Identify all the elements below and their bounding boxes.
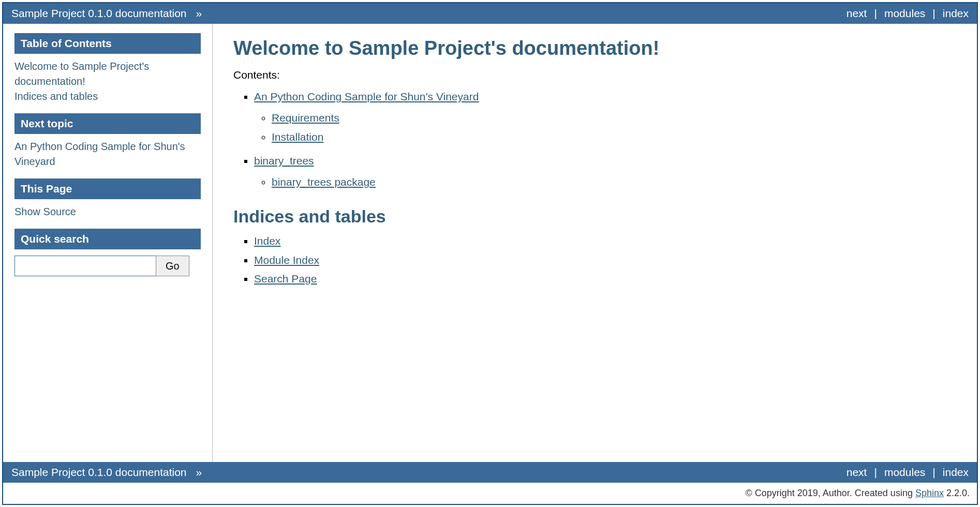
toctree-item: Installation bbox=[272, 128, 956, 147]
toctree: An Python Coding Sample for Shun's Viney… bbox=[233, 87, 956, 192]
relbar-title-group: Sample Project 0.1.0 documentation » bbox=[11, 466, 202, 479]
toctree-link[interactable]: Requirements bbox=[272, 112, 339, 124]
sidebar-next-heading: Next topic bbox=[14, 113, 201, 134]
nav-modules-link[interactable]: modules bbox=[884, 466, 925, 479]
page: Sample Project 0.1.0 documentation » nex… bbox=[2, 2, 978, 505]
separator: | bbox=[874, 7, 877, 20]
relbar-top: Sample Project 0.1.0 documentation » nex… bbox=[3, 3, 977, 24]
toctree-item: binary_trees package bbox=[272, 173, 956, 192]
breadcrumb-separator-icon: » bbox=[196, 466, 202, 479]
search-go-button[interactable]: Go bbox=[156, 256, 189, 276]
list-item: Index bbox=[254, 232, 956, 251]
separator: | bbox=[932, 466, 935, 479]
genindex-link[interactable]: Index bbox=[254, 235, 280, 247]
toctree-sublist: binary_trees package bbox=[254, 173, 956, 192]
toc-link-indices[interactable]: Indices and tables bbox=[14, 91, 98, 102]
main-content: Welcome to Sample Project's documentatio… bbox=[213, 24, 977, 462]
nav-index-link[interactable]: index bbox=[943, 7, 969, 20]
content-row: Table of Contents Welcome to Sample Proj… bbox=[3, 24, 977, 462]
toctree-sublist: Requirements Installation bbox=[254, 109, 956, 147]
separator: | bbox=[874, 466, 877, 479]
sidebar-thispage-heading: This Page bbox=[14, 178, 201, 199]
toctree-item: Requirements bbox=[272, 109, 956, 128]
doc-title-link[interactable]: Sample Project 0.1.0 documentation bbox=[11, 7, 187, 20]
modindex-link[interactable]: Module Index bbox=[254, 254, 319, 266]
page-title: Welcome to Sample Project's documentatio… bbox=[233, 37, 956, 59]
sidebar-search-heading: Quick search bbox=[14, 229, 201, 249]
toc-link-welcome[interactable]: Welcome to Sample Project's documentatio… bbox=[14, 61, 149, 87]
breadcrumb-separator-icon: » bbox=[196, 7, 202, 20]
doc-title-link[interactable]: Sample Project 0.1.0 documentation bbox=[11, 466, 187, 479]
toctree-link[interactable]: Installation bbox=[272, 131, 323, 143]
relbar-links: next | modules | index bbox=[847, 7, 969, 20]
footer: © Copyright 2019, Author. Created using … bbox=[3, 483, 977, 504]
nav-modules-link[interactable]: modules bbox=[884, 7, 925, 20]
contents-label: Contents: bbox=[233, 69, 956, 81]
toctree-link[interactable]: binary_trees bbox=[254, 155, 314, 167]
sphinx-link[interactable]: Sphinx bbox=[915, 488, 944, 498]
next-topic-link[interactable]: An Python Coding Sample for Shun's Viney… bbox=[14, 141, 185, 167]
relbar-bottom: Sample Project 0.1.0 documentation » nex… bbox=[3, 462, 977, 483]
relbar-links: next | modules | index bbox=[847, 466, 969, 479]
indices-list: Index Module Index Search Page bbox=[233, 232, 956, 289]
search-page-link[interactable]: Search Page bbox=[254, 273, 317, 285]
nav-next-link[interactable]: next bbox=[847, 466, 867, 479]
sphinx-version: 2.2.0. bbox=[944, 488, 970, 498]
toctree-link[interactable]: binary_trees package bbox=[272, 176, 376, 188]
search-input[interactable] bbox=[14, 256, 156, 276]
sidebar: Table of Contents Welcome to Sample Proj… bbox=[3, 24, 213, 462]
sidebar-toc-heading: Table of Contents bbox=[14, 33, 201, 54]
search-form: Go bbox=[14, 256, 201, 276]
nav-index-link[interactable]: index bbox=[943, 466, 969, 479]
show-source-link[interactable]: Show Source bbox=[14, 206, 76, 217]
toctree-item: An Python Coding Sample for Shun's Viney… bbox=[254, 87, 956, 146]
toctree-item: binary_trees binary_trees package bbox=[254, 152, 956, 192]
list-item: Module Index bbox=[254, 251, 956, 270]
nav-next-link[interactable]: next bbox=[847, 7, 867, 20]
copyright-text: © Copyright 2019, Author. Created using bbox=[745, 488, 915, 498]
toctree-link[interactable]: An Python Coding Sample for Shun's Viney… bbox=[254, 91, 479, 102]
relbar-title-group: Sample Project 0.1.0 documentation » bbox=[11, 7, 202, 20]
separator: | bbox=[932, 7, 935, 20]
list-item: Search Page bbox=[254, 270, 956, 289]
indices-heading: Indices and tables bbox=[233, 206, 956, 227]
